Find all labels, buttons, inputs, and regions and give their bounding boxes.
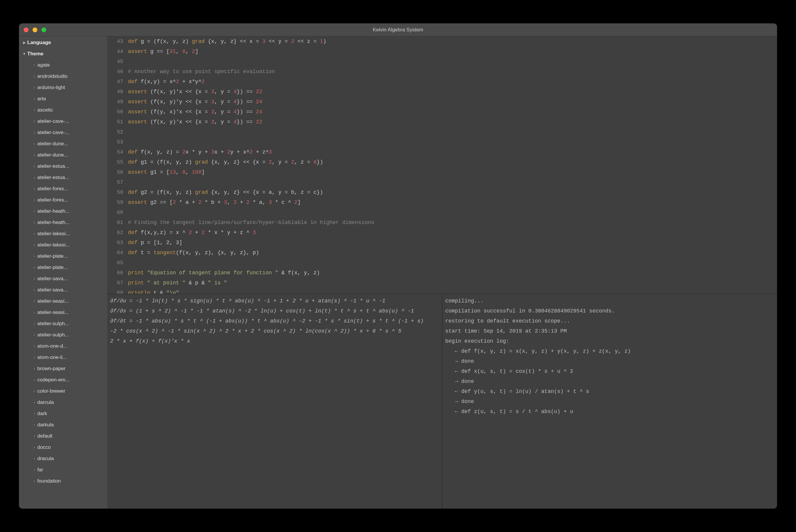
theme-item[interactable]: ›atelier-estua... — [31, 161, 107, 172]
code-line[interactable] — [128, 127, 777, 137]
line-number: 63 — [107, 238, 123, 248]
theme-item[interactable]: ›atelier-heath... — [31, 206, 107, 217]
line-number: 44 — [107, 46, 123, 57]
code-line[interactable]: def g1 = (f(x, y, z) grad {x, y, z} << {… — [128, 157, 777, 167]
line-number: 56 — [107, 167, 123, 177]
theme-item[interactable]: ›codepen-em... — [31, 374, 107, 385]
code-line[interactable]: assert (f(x, y)'x << {x = 3, y = 4}) == … — [128, 87, 777, 97]
tree-root-language[interactable]: ▶Language — [21, 37, 107, 48]
output-left[interactable]: ∂f/∂u = -1 * ln(t) * s * sign(u) * t ^ a… — [107, 294, 442, 509]
theme-item[interactable]: ›atelier-plate... — [31, 262, 107, 273]
theme-item[interactable]: ›dark — [31, 408, 107, 419]
theme-item[interactable]: ›arduino-light — [31, 82, 107, 93]
line-number: 55 — [107, 157, 123, 167]
theme-label: atelier-sulph... — [37, 332, 69, 338]
theme-item[interactable]: ›atelier-fores... — [31, 183, 107, 194]
tree-root-theme[interactable]: ▼Theme — [21, 48, 107, 59]
theme-item[interactable]: ›atelier-lakesi... — [31, 240, 107, 251]
code-line[interactable] — [128, 57, 777, 66]
code-line[interactable]: # Finding the tangent line/plane/surface… — [128, 217, 777, 228]
code-line[interactable]: assert g == [31, 6, 2] — [128, 46, 777, 57]
code-line[interactable]: def g2 = (f(x, y, z) grad {x, y, z} << {… — [128, 187, 777, 197]
theme-item[interactable]: ›atom-one-li... — [31, 352, 107, 363]
window-title: Kelvin Algebra System — [373, 27, 423, 33]
theme-item[interactable]: ›atelier-sava... — [31, 273, 107, 284]
output-right[interactable]: compiling...compilation successful in 0.… — [442, 294, 777, 509]
chevron-right-icon: › — [31, 423, 38, 427]
code-line[interactable]: assert (f(x, y)'y << {x = 3, y = 4}) == … — [128, 97, 777, 107]
zoom-icon[interactable] — [41, 27, 46, 32]
line-number: 65 — [107, 258, 123, 268]
line-number: 59 — [107, 197, 123, 207]
theme-item[interactable]: ›darkula — [31, 419, 107, 431]
theme-item[interactable]: ›default — [31, 431, 107, 442]
theme-item[interactable]: ›atelier-plate... — [31, 251, 107, 262]
chevron-right-icon: › — [31, 299, 38, 303]
theme-label: atelier-sulph... — [37, 321, 69, 327]
chevron-right-icon: › — [31, 445, 38, 450]
chevron-right-icon: › — [31, 131, 38, 135]
body: ▶Language▼Theme›agate›androidstudio›ardu… — [19, 36, 777, 509]
code-area[interactable]: def g = (f(x, y, z) grad {x, y, z} << x … — [128, 36, 777, 294]
code-line[interactable]: # Another way to use point specific eval… — [128, 66, 777, 77]
code-line[interactable]: assert (f(y, x)'x << {x = 3, y = 4}) == … — [128, 107, 777, 117]
code-line[interactable]: print " at point " & p & " is " — [128, 278, 777, 288]
theme-item[interactable]: ›atelier-fores... — [31, 194, 107, 206]
theme-label: darkula — [37, 422, 54, 428]
theme-item[interactable]: ›atelier-heath... — [31, 217, 107, 228]
line-number: 49 — [107, 97, 123, 107]
code-line[interactable] — [128, 177, 777, 187]
output-line: ∂f/∂t = -1 * abs(u) * s * t ^ (-1 + abs(… — [110, 316, 439, 326]
code-line[interactable]: def f(x,y,z) = x ^ 2 + 2 * x * y + z ^ 3 — [128, 228, 777, 238]
theme-item[interactable]: ›foundation — [31, 475, 107, 487]
theme-item[interactable]: ›atelier-sulph... — [31, 318, 107, 329]
theme-item[interactable]: ›atelier-dune... — [31, 149, 107, 161]
code-line[interactable] — [128, 137, 777, 147]
theme-item[interactable]: ›dracula — [31, 453, 107, 464]
code-line[interactable]: def f(x,y) = x^2 + x*y^2 — [128, 77, 777, 87]
code-line[interactable]: def t = tangent(f(x, y, z), {x, y, z}, p… — [128, 248, 777, 258]
theme-item[interactable]: ›atelier-sulph... — [31, 329, 107, 341]
chevron-right-icon: › — [31, 378, 38, 382]
theme-label: atelier-estua... — [37, 163, 69, 169]
theme-label: atelier-cave-... — [37, 118, 69, 124]
theme-item[interactable]: ›atelier-estua... — [31, 172, 107, 183]
theme-item[interactable]: ›color-brewer — [31, 385, 107, 397]
output-line: 2 * x + f(x) + f(x)'x * x — [110, 336, 439, 346]
theme-item[interactable]: ›brown-paper — [31, 363, 107, 374]
code-line[interactable]: assert (f(x, y)'x << {x = 3, y = 4}) == … — [128, 117, 777, 127]
line-number: 60 — [107, 207, 123, 217]
code-line[interactable]: def g = (f(x, y, z) grad {x, y, z} << x … — [128, 36, 777, 46]
theme-item[interactable]: ›atelier-lakesi... — [31, 228, 107, 240]
code-line[interactable]: assert g1 = [13, 8, 108] — [128, 167, 777, 177]
code-line[interactable] — [128, 207, 777, 217]
theme-item[interactable]: ›ascetic — [31, 104, 107, 116]
output-line: ∂f/∂s = (1 + s ^ 2) ^ -1 * -1 * atan(s) … — [110, 306, 439, 316]
theme-item[interactable]: ›far — [31, 464, 107, 475]
theme-item[interactable]: ›docco — [31, 442, 107, 453]
log-line: ← def x(u, s, t) = cos(t) * s + u ^ 2 — [446, 366, 774, 376]
code-editor[interactable]: 4344454647484950515253545556575859606162… — [107, 36, 777, 294]
theme-item[interactable]: ›atom-one-d... — [31, 341, 107, 352]
theme-label: docco — [37, 444, 51, 450]
theme-item[interactable]: ›androidstudio — [31, 71, 107, 82]
code-line[interactable] — [128, 258, 777, 268]
theme-item[interactable]: ›atelier-dune... — [31, 138, 107, 149]
sidebar[interactable]: ▶Language▼Theme›agate›androidstudio›ardu… — [19, 36, 107, 509]
theme-item[interactable]: ›atelier-seasi... — [31, 296, 107, 307]
close-icon[interactable] — [24, 27, 29, 32]
code-line[interactable]: println t & "\n" — [128, 288, 777, 294]
code-line[interactable]: def f(x, y, z) = 2x * y + 3x + 2y + x^2 … — [128, 147, 777, 157]
chevron-right-icon: › — [31, 243, 38, 247]
theme-item[interactable]: ›atelier-cave-... — [31, 127, 107, 138]
minimize-icon[interactable] — [33, 27, 37, 32]
code-line[interactable]: def p = [1, 2, 3] — [128, 238, 777, 248]
theme-item[interactable]: ›atelier-sava... — [31, 284, 107, 296]
theme-item[interactable]: ›darcula — [31, 397, 107, 408]
theme-item[interactable]: ›atelier-seasi... — [31, 307, 107, 318]
theme-item[interactable]: ›arta — [31, 93, 107, 104]
code-line[interactable]: print "Equation of tangent plane for fun… — [128, 268, 777, 278]
code-line[interactable]: assert g2 == [2 * a + 2 * b + 3, 2 + 2 *… — [128, 197, 777, 207]
theme-item[interactable]: ›atelier-cave-... — [31, 116, 107, 127]
theme-item[interactable]: ›agate — [31, 59, 107, 71]
